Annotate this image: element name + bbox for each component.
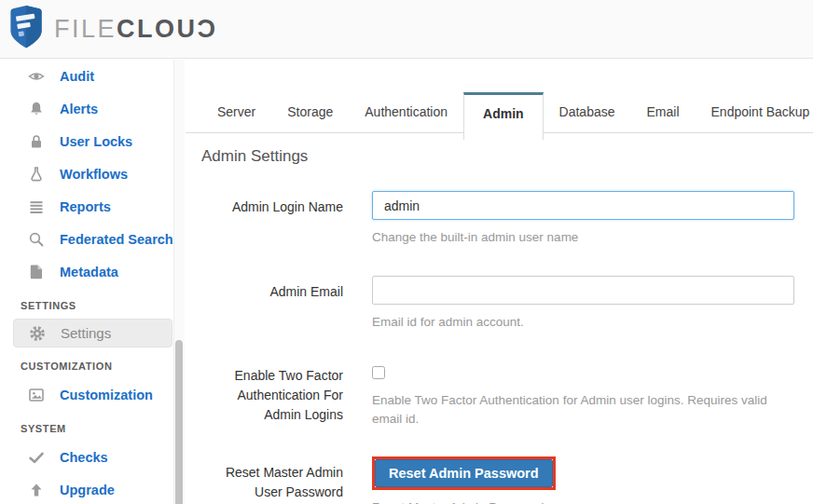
sidebar-item-alerts[interactable]: Alerts	[0, 92, 186, 125]
reset-admin-password-button[interactable]: Reset Admin Password	[375, 459, 553, 487]
sidebar-item-upgrade[interactable]: Upgrade	[0, 473, 186, 504]
form-row-reset-password: Reset Master Admin User Password Reset A…	[201, 456, 813, 504]
admin-login-name-input[interactable]	[372, 191, 794, 220]
eye-icon	[28, 68, 45, 85]
admin-login-name-help: Change the built-in admin user name	[372, 228, 794, 247]
file-icon	[28, 264, 45, 280]
tab-storage[interactable]: Storage	[271, 92, 349, 132]
two-factor-label: Enable Two Factor Authentication For Adm…	[201, 360, 343, 428]
sidebar-item-label: Federated Search	[60, 232, 173, 247]
main-content: Server Storage Authentication Admin Data…	[186, 60, 813, 504]
sidebar-item-checks[interactable]: Checks	[0, 441, 186, 473]
admin-settings-form: Admin Login Name Change the built-in adm…	[201, 191, 813, 504]
filecloud-logo[interactable]: FILECLOUƆ	[9, 5, 218, 53]
gear-icon	[29, 325, 46, 342]
tab-server[interactable]: Server	[201, 92, 271, 132]
sidebar-item-workflows[interactable]: Workflows	[0, 157, 186, 190]
tab-authentication[interactable]: Authentication	[349, 92, 463, 132]
sidebar-section-settings: SETTINGS	[0, 288, 186, 318]
sidebar-item-federated-search[interactable]: Federated Search	[0, 223, 186, 255]
sidebar-item-label: Checks	[60, 450, 108, 465]
sidebar: Audit Alerts User Locks Workflows Report…	[0, 60, 186, 504]
search-icon	[28, 231, 45, 248]
sidebar-item-user-locks[interactable]: User Locks	[0, 125, 186, 157]
page-title: Admin Settings	[201, 147, 813, 166]
arrow-up-icon	[28, 482, 45, 498]
admin-email-input[interactable]	[372, 276, 794, 305]
filecloud-wordmark: FILECLOUƆ	[54, 15, 218, 44]
sidebar-item-label: User Locks	[60, 134, 132, 149]
flask-icon	[28, 166, 45, 183]
tab-endpoint-backup[interactable]: Endpoint Backup	[696, 92, 813, 132]
reset-password-help: Reset Master Admin Password	[372, 498, 794, 504]
lock-icon	[28, 133, 45, 150]
sidebar-scrollbar-thumb[interactable]	[175, 340, 183, 504]
sidebar-item-label: Upgrade	[60, 483, 115, 497]
sidebar-item-label: Settings	[61, 325, 111, 341]
sidebar-scrollbar-track[interactable]	[173, 60, 185, 504]
admin-email-label: Admin Email	[201, 276, 343, 332]
sidebar-item-label: Audit	[60, 69, 94, 84]
sidebar-item-label: Workflows	[60, 167, 128, 182]
two-factor-help: Enable Two Factor Authentication for Adm…	[372, 391, 794, 428]
settings-tabbar: Server Storage Authentication Admin Data…	[186, 60, 813, 133]
image-icon	[28, 387, 45, 403]
check-icon	[28, 449, 45, 466]
filecloud-shield-icon	[9, 5, 43, 53]
sidebar-item-label: Alerts	[60, 102, 98, 116]
bell-icon	[28, 101, 45, 117]
sidebar-item-label: Customization	[60, 388, 153, 402]
sidebar-section-system: SYSTEM	[0, 411, 186, 441]
form-row-admin-login-name: Admin Login Name Change the built-in adm…	[201, 191, 813, 247]
sidebar-item-metadata[interactable]: Metadata	[0, 255, 186, 288]
sidebar-item-settings[interactable]: Settings	[13, 319, 172, 347]
tab-database[interactable]: Database	[544, 92, 631, 132]
form-row-admin-email: Admin Email Email id for admin account.	[201, 276, 813, 332]
app-header: FILECLOUƆ	[0, 0, 813, 59]
reset-password-label: Reset Master Admin User Password	[201, 456, 343, 504]
sidebar-item-label: Metadata	[60, 265, 118, 279]
two-factor-checkbox[interactable]	[372, 366, 385, 379]
tab-email[interactable]: Email	[631, 92, 696, 132]
reset-password-highlight-frame: Reset Admin Password	[372, 456, 556, 490]
tab-admin[interactable]: Admin	[463, 92, 544, 140]
list-icon	[28, 198, 45, 215]
admin-email-help: Email id for admin account.	[372, 313, 794, 332]
form-row-two-factor: Enable Two Factor Authentication For Adm…	[201, 360, 813, 428]
admin-login-name-label: Admin Login Name	[201, 191, 343, 247]
sidebar-item-label: Reports	[60, 199, 111, 214]
sidebar-item-audit[interactable]: Audit	[0, 60, 186, 92]
sidebar-item-customization[interactable]: Customization	[0, 378, 186, 411]
sidebar-section-customization: CUSTOMIZATION	[0, 348, 186, 378]
sidebar-item-reports[interactable]: Reports	[0, 190, 186, 223]
